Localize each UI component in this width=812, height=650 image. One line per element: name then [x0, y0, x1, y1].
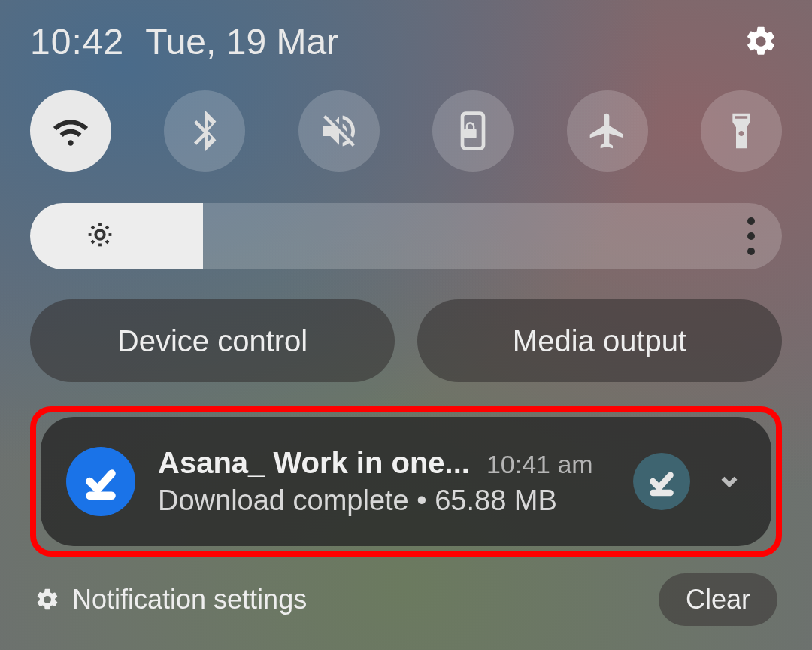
notification-settings-button[interactable]: Notification settings	[35, 584, 307, 615]
mute-icon	[318, 110, 360, 152]
svg-line-8	[106, 226, 108, 229]
more-vert-icon	[747, 217, 755, 225]
airplane-icon	[586, 110, 629, 152]
settings-button[interactable]	[740, 20, 782, 62]
notification-subtitle: Download complete • 65.88 MB	[158, 484, 611, 517]
svg-line-5	[92, 226, 94, 229]
svg-line-6	[106, 241, 108, 243]
media-output-button[interactable]: Media output	[417, 299, 782, 382]
download-done-icon	[647, 466, 677, 497]
status-bar: 10:42 Tue, 19 Mar	[30, 15, 782, 68]
svg-point-0	[95, 230, 105, 239]
chevron-down-icon	[717, 469, 742, 494]
qs-mute[interactable]	[298, 90, 380, 172]
gear-small-icon	[35, 587, 60, 612]
brightness-more-button[interactable]	[747, 217, 755, 255]
clear-notifications-button[interactable]: Clear	[659, 573, 777, 626]
device-control-label: Device control	[117, 324, 308, 358]
svg-line-7	[92, 241, 94, 243]
notification-title: Asana_ Work in one...	[158, 446, 470, 480]
notification-action-button[interactable]	[633, 453, 690, 510]
brightness-slider[interactable]	[30, 203, 782, 269]
qs-rotation-lock[interactable]	[432, 90, 514, 172]
clock-date: Tue, 19 Mar	[145, 21, 338, 62]
time-date: 10:42 Tue, 19 Mar	[30, 21, 338, 62]
media-output-label: Media output	[513, 324, 686, 358]
download-complete-icon	[66, 447, 135, 516]
quick-settings-row	[30, 90, 782, 172]
notification-settings-label: Notification settings	[72, 584, 307, 615]
clear-label: Clear	[686, 584, 750, 615]
notification-expand-button[interactable]	[713, 465, 746, 498]
notification-time: 10:41 am	[486, 450, 593, 479]
bluetooth-icon	[183, 110, 226, 152]
device-control-button[interactable]: Device control	[30, 299, 395, 382]
qs-bluetooth[interactable]	[164, 90, 245, 172]
qs-airplane[interactable]	[567, 90, 648, 172]
brightness-low-icon	[83, 217, 117, 255]
pill-row: Device control Media output	[30, 299, 782, 382]
download-notification[interactable]: Asana_ Work in one... 10:41 am Download …	[41, 417, 771, 546]
notification-body: Asana_ Work in one... 10:41 am Download …	[158, 446, 611, 517]
wifi-icon	[50, 110, 92, 152]
qs-wifi[interactable]	[30, 90, 111, 172]
gear-icon	[744, 24, 778, 59]
notification-highlight: Asana_ Work in one... 10:41 am Download …	[30, 406, 782, 557]
qs-flashlight[interactable]	[701, 90, 782, 172]
flashlight-icon	[720, 110, 762, 152]
notification-footer: Notification settings Clear	[30, 573, 782, 626]
clock-time: 10:42	[30, 21, 124, 62]
lock-portrait-icon	[452, 110, 494, 152]
